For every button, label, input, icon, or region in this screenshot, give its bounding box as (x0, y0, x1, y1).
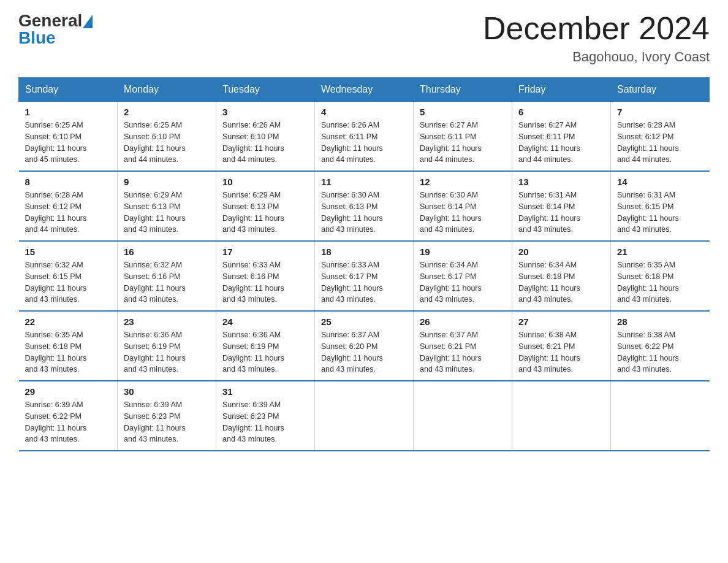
day-number: 16 (124, 247, 210, 257)
day-number: 3 (222, 107, 308, 117)
day-number: 20 (518, 247, 604, 257)
day-number: 1 (25, 107, 112, 117)
header-monday: Monday (118, 78, 216, 102)
calendar-day-cell: 3 Sunrise: 6:26 AM Sunset: 6:10 PM Dayli… (216, 102, 315, 172)
calendar-day-cell: 18 Sunrise: 6:33 AM Sunset: 6:17 PM Dayl… (315, 241, 414, 311)
day-number: 28 (617, 316, 703, 327)
calendar-day-cell: 28 Sunrise: 6:38 AM Sunset: 6:22 PM Dayl… (611, 311, 710, 381)
day-number: 4 (321, 107, 407, 117)
day-number: 13 (518, 177, 604, 187)
calendar-day-cell: 15 Sunrise: 6:32 AM Sunset: 6:15 PM Dayl… (19, 241, 118, 311)
calendar-day-cell (611, 381, 710, 451)
calendar-day-cell: 10 Sunrise: 6:29 AM Sunset: 6:13 PM Dayl… (216, 171, 315, 241)
day-number: 30 (124, 386, 210, 397)
day-number: 11 (321, 177, 407, 187)
day-info: Sunrise: 6:26 AM Sunset: 6:10 PM Dayligh… (222, 120, 308, 166)
day-info: Sunrise: 6:27 AM Sunset: 6:11 PM Dayligh… (518, 120, 604, 166)
day-number: 6 (518, 107, 604, 117)
day-number: 17 (222, 247, 308, 257)
header-saturday: Saturday (611, 78, 710, 102)
calendar-week-row: 8 Sunrise: 6:28 AM Sunset: 6:12 PM Dayli… (19, 171, 710, 241)
day-number: 26 (420, 316, 506, 327)
day-info: Sunrise: 6:38 AM Sunset: 6:22 PM Dayligh… (617, 329, 703, 375)
calendar-day-cell: 6 Sunrise: 6:27 AM Sunset: 6:11 PM Dayli… (512, 102, 611, 172)
calendar-day-cell: 30 Sunrise: 6:39 AM Sunset: 6:23 PM Dayl… (118, 381, 216, 451)
day-info: Sunrise: 6:32 AM Sunset: 6:15 PM Dayligh… (25, 259, 112, 305)
day-info: Sunrise: 6:36 AM Sunset: 6:19 PM Dayligh… (222, 329, 308, 375)
day-number: 21 (617, 247, 703, 257)
calendar-day-cell: 5 Sunrise: 6:27 AM Sunset: 6:11 PM Dayli… (414, 102, 512, 172)
title-section: December 2024 Bagohouo, Ivory Coast (483, 12, 710, 65)
month-title: December 2024 (483, 12, 710, 44)
day-info: Sunrise: 6:29 AM Sunset: 6:13 PM Dayligh… (124, 190, 210, 236)
calendar-week-row: 15 Sunrise: 6:32 AM Sunset: 6:15 PM Dayl… (19, 241, 710, 311)
page-header: General Blue December 2024 Bagohouo, Ivo… (18, 12, 710, 65)
calendar-day-cell: 27 Sunrise: 6:38 AM Sunset: 6:21 PM Dayl… (512, 311, 611, 381)
day-info: Sunrise: 6:29 AM Sunset: 6:13 PM Dayligh… (222, 190, 308, 236)
day-info: Sunrise: 6:32 AM Sunset: 6:16 PM Dayligh… (124, 259, 210, 305)
calendar-header-row: Sunday Monday Tuesday Wednesday Thursday… (19, 78, 710, 102)
calendar-day-cell (512, 381, 611, 451)
day-number: 31 (222, 386, 308, 397)
day-number: 9 (124, 177, 210, 187)
calendar-day-cell: 14 Sunrise: 6:31 AM Sunset: 6:15 PM Dayl… (611, 171, 710, 241)
calendar-day-cell: 17 Sunrise: 6:33 AM Sunset: 6:16 PM Dayl… (216, 241, 315, 311)
day-info: Sunrise: 6:30 AM Sunset: 6:13 PM Dayligh… (321, 190, 407, 236)
day-info: Sunrise: 6:34 AM Sunset: 6:17 PM Dayligh… (420, 259, 506, 305)
calendar-day-cell: 20 Sunrise: 6:34 AM Sunset: 6:18 PM Dayl… (512, 241, 611, 311)
day-info: Sunrise: 6:35 AM Sunset: 6:18 PM Dayligh… (617, 259, 703, 305)
calendar-week-row: 22 Sunrise: 6:35 AM Sunset: 6:18 PM Dayl… (19, 311, 710, 381)
day-info: Sunrise: 6:33 AM Sunset: 6:16 PM Dayligh… (222, 259, 308, 305)
day-info: Sunrise: 6:39 AM Sunset: 6:23 PM Dayligh… (124, 399, 210, 445)
logo-blue: Blue (18, 28, 56, 47)
day-info: Sunrise: 6:36 AM Sunset: 6:19 PM Dayligh… (124, 329, 210, 375)
day-number: 22 (25, 316, 112, 327)
header-tuesday: Tuesday (216, 78, 315, 102)
calendar-day-cell: 8 Sunrise: 6:28 AM Sunset: 6:12 PM Dayli… (19, 171, 118, 241)
day-info: Sunrise: 6:28 AM Sunset: 6:12 PM Dayligh… (25, 190, 112, 236)
day-info: Sunrise: 6:39 AM Sunset: 6:22 PM Dayligh… (25, 399, 112, 445)
day-info: Sunrise: 6:31 AM Sunset: 6:14 PM Dayligh… (518, 190, 604, 236)
logo-general: General (18, 12, 82, 29)
calendar-day-cell: 31 Sunrise: 6:39 AM Sunset: 6:23 PM Dayl… (216, 381, 315, 451)
header-friday: Friday (512, 78, 611, 102)
day-number: 10 (222, 177, 308, 187)
day-number: 18 (321, 247, 407, 257)
day-info: Sunrise: 6:30 AM Sunset: 6:14 PM Dayligh… (420, 190, 506, 236)
calendar-day-cell: 25 Sunrise: 6:37 AM Sunset: 6:20 PM Dayl… (315, 311, 414, 381)
calendar-table: Sunday Monday Tuesday Wednesday Thursday… (18, 77, 710, 451)
day-info: Sunrise: 6:34 AM Sunset: 6:18 PM Dayligh… (518, 259, 604, 305)
calendar-day-cell: 13 Sunrise: 6:31 AM Sunset: 6:14 PM Dayl… (512, 171, 611, 241)
calendar-day-cell: 2 Sunrise: 6:25 AM Sunset: 6:10 PM Dayli… (118, 102, 216, 172)
calendar-week-row: 29 Sunrise: 6:39 AM Sunset: 6:22 PM Dayl… (19, 381, 710, 451)
calendar-week-row: 1 Sunrise: 6:25 AM Sunset: 6:10 PM Dayli… (19, 102, 710, 172)
day-number: 23 (124, 316, 210, 327)
day-info: Sunrise: 6:27 AM Sunset: 6:11 PM Dayligh… (420, 120, 506, 166)
calendar-day-cell (315, 381, 414, 451)
day-info: Sunrise: 6:33 AM Sunset: 6:17 PM Dayligh… (321, 259, 407, 305)
day-number: 5 (420, 107, 506, 117)
day-number: 2 (124, 107, 210, 117)
day-number: 15 (25, 247, 112, 257)
day-number: 8 (25, 177, 112, 187)
location-title: Bagohouo, Ivory Coast (483, 49, 710, 65)
calendar-day-cell: 11 Sunrise: 6:30 AM Sunset: 6:13 PM Dayl… (315, 171, 414, 241)
calendar-day-cell: 23 Sunrise: 6:36 AM Sunset: 6:19 PM Dayl… (118, 311, 216, 381)
header-sunday: Sunday (19, 78, 118, 102)
day-info: Sunrise: 6:37 AM Sunset: 6:21 PM Dayligh… (420, 329, 506, 375)
day-number: 25 (321, 316, 407, 327)
calendar-day-cell: 7 Sunrise: 6:28 AM Sunset: 6:12 PM Dayli… (611, 102, 710, 172)
day-info: Sunrise: 6:39 AM Sunset: 6:23 PM Dayligh… (222, 399, 308, 445)
calendar-day-cell: 26 Sunrise: 6:37 AM Sunset: 6:21 PM Dayl… (414, 311, 512, 381)
calendar-day-cell: 12 Sunrise: 6:30 AM Sunset: 6:14 PM Dayl… (414, 171, 512, 241)
calendar-day-cell: 4 Sunrise: 6:26 AM Sunset: 6:11 PM Dayli… (315, 102, 414, 172)
day-number: 12 (420, 177, 506, 187)
day-number: 14 (617, 177, 703, 187)
day-info: Sunrise: 6:28 AM Sunset: 6:12 PM Dayligh… (617, 120, 703, 166)
day-number: 29 (25, 386, 112, 397)
logo: General Blue (18, 12, 93, 47)
day-number: 24 (222, 316, 308, 327)
calendar-day-cell: 1 Sunrise: 6:25 AM Sunset: 6:10 PM Dayli… (19, 102, 118, 172)
calendar-day-cell: 29 Sunrise: 6:39 AM Sunset: 6:22 PM Dayl… (19, 381, 118, 451)
logo-triangle-icon (83, 15, 93, 28)
